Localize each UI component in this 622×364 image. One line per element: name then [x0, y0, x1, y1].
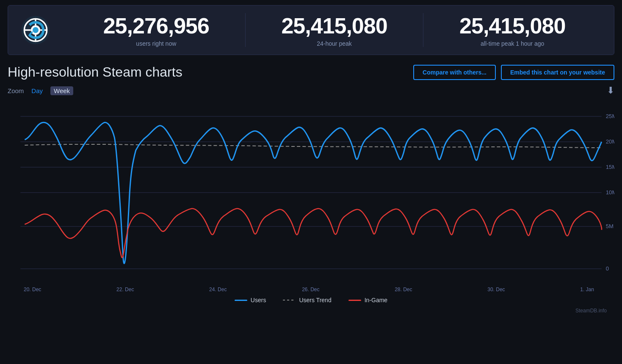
legend-users: Users [235, 297, 266, 303]
legend-trend-line [283, 300, 296, 301]
x-label-dec30: 30. Dec [487, 287, 505, 292]
x-label-dec26: 26. Dec [302, 287, 319, 292]
svg-text:25M: 25M [606, 113, 614, 119]
legend-ingame-line [348, 300, 361, 301]
svg-text:20M: 20M [606, 138, 614, 145]
steam-logo [21, 15, 50, 45]
chart-header: High-resolution Steam charts Compare wit… [8, 64, 614, 80]
x-label-dec20: 20. Dec [24, 287, 41, 292]
chart-legend: Users Users Trend In-Game [8, 297, 614, 307]
download-icon[interactable]: ⬇ [607, 85, 614, 96]
x-axis-labels: 20. Dec 22. Dec 24. Dec 26. Dec 28. Dec … [8, 287, 614, 292]
legend-users-label: Users [251, 297, 266, 303]
stat-24h-peak: 25,415,080 24-hour peak [245, 13, 423, 47]
x-label-dec28: 28. Dec [395, 287, 412, 292]
zoom-label: Zoom [8, 87, 24, 94]
legend-users-line [235, 300, 247, 301]
stat-alltime-peak: 25,415,080 all-time peak 1 hour ago [423, 13, 601, 47]
svg-text:0: 0 [606, 265, 609, 272]
chart-section: High-resolution Steam charts Compare wit… [0, 60, 622, 315]
zoom-row: Zoom Day Week ⬇ [8, 85, 614, 96]
embed-button[interactable]: Embed this chart on your website [501, 65, 614, 80]
legend-trend-label: Users Trend [299, 297, 331, 303]
chart-buttons: Compare with others... Embed this chart … [413, 65, 614, 80]
watermark: SteamDB.info [8, 307, 614, 315]
zoom-day-button[interactable]: Day [28, 86, 46, 95]
stat-users-now: 25,276,956 users right now [67, 13, 245, 47]
legend-ingame: In-Game [348, 297, 387, 303]
stats-bar: 25,276,956 users right now 25,415,080 24… [8, 5, 614, 55]
x-label-dec22: 22. Dec [116, 287, 134, 292]
zoom-week-button[interactable]: Week [50, 86, 73, 95]
svg-point-7 [33, 27, 39, 33]
chart-title: High-resolution Steam charts [8, 64, 182, 80]
x-label-dec24: 24. Dec [209, 287, 227, 292]
svg-text:10M: 10M [606, 189, 614, 196]
x-label-jan1: 1. Jan [580, 287, 594, 292]
svg-text:15M: 15M [606, 164, 614, 170]
legend-trend: Users Trend [283, 297, 331, 303]
chart-svg: 25M 20M 15M 10M 5M 0 [8, 99, 614, 286]
chart-area: 25M 20M 15M 10M 5M 0 [8, 99, 614, 286]
compare-button[interactable]: Compare with others... [413, 65, 496, 80]
svg-text:5M: 5M [606, 223, 614, 229]
legend-ingame-label: In-Game [365, 297, 387, 303]
